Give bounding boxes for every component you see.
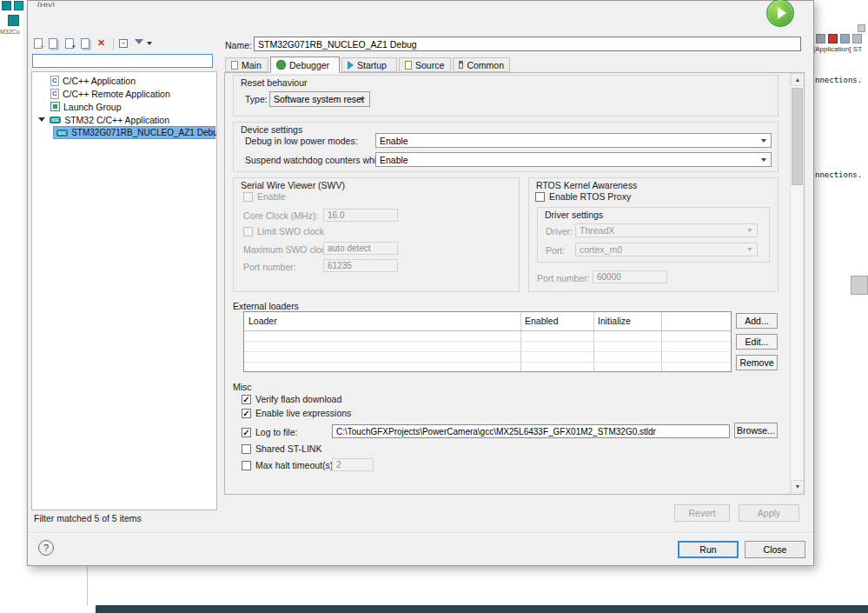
background-text: nnections. bbox=[815, 76, 862, 84]
limit-swo-checkbox[interactable] bbox=[243, 227, 253, 237]
tab-startup[interactable]: Startup bbox=[341, 57, 397, 72]
toolbar-separator bbox=[113, 38, 114, 50]
group-title: Driver settings bbox=[545, 210, 603, 220]
swv-port-field[interactable]: 61235 bbox=[323, 259, 398, 272]
filter-menu-arrow-icon[interactable] bbox=[147, 42, 152, 45]
tab-label: Source bbox=[415, 60, 444, 70]
perspective-icon[interactable] bbox=[8, 15, 19, 26]
tab-debugger[interactable]: Debugger bbox=[270, 57, 340, 73]
column-header-initialize[interactable]: Initialize bbox=[593, 312, 666, 330]
delete-icon[interactable]: ✕ bbox=[97, 37, 105, 49]
column-header-enabled[interactable]: Enabled bbox=[520, 312, 598, 330]
help-button[interactable]: ? bbox=[38, 540, 54, 556]
debugger-tab-panel: Reset behaviour Type: Software system re… bbox=[224, 72, 805, 495]
tree-item-label: Launch Group bbox=[63, 102, 122, 112]
add-loader-button[interactable]: Add... bbox=[736, 313, 778, 329]
launch-config-tree: C C/C++ Application C C/C++ Remote Appli… bbox=[31, 71, 217, 510]
low-power-label: Debug in low power modes: bbox=[245, 136, 358, 146]
column-header-loader[interactable]: Loader bbox=[244, 312, 525, 330]
driver-combo[interactable]: ThreadX bbox=[575, 223, 758, 237]
tab-label: Debugger bbox=[289, 60, 329, 70]
combo-value: Software system reset bbox=[274, 94, 364, 104]
rtos-port-label: Port: bbox=[546, 245, 565, 256]
background-text: nnections. bbox=[815, 170, 862, 179]
chevron-down-icon bbox=[360, 97, 365, 101]
revert-button[interactable]: Revert bbox=[674, 504, 730, 522]
tree-item-debug-config-selected[interactable]: IDE STM32G071RB_NUCLEO_AZ1 Debug bbox=[53, 126, 215, 139]
max-swo-field[interactable]: auto detect bbox=[323, 242, 398, 255]
scrollbar-thumb[interactable] bbox=[792, 88, 803, 185]
low-power-combo[interactable]: Enable bbox=[375, 133, 772, 148]
reset-type-combo[interactable]: Software system reset bbox=[269, 91, 370, 107]
shared-stlink-label: Shared ST-LINK bbox=[255, 443, 321, 454]
source-file-icon bbox=[405, 61, 412, 70]
clipped-header-text: (Hry) bbox=[37, 1, 55, 7]
tab-label: Startup bbox=[357, 60, 387, 70]
remove-loader-button[interactable]: Remove bbox=[736, 355, 778, 370]
background-panel-fragment bbox=[851, 276, 868, 295]
tree-item-cremote[interactable]: C C/C++ Remote Application bbox=[32, 87, 216, 100]
browse-button[interactable]: Browse... bbox=[734, 423, 778, 438]
view-icon[interactable] bbox=[858, 24, 865, 32]
c-application-icon: C bbox=[50, 76, 59, 86]
button-label: Run bbox=[699, 544, 716, 555]
log-to-file-checkbox[interactable] bbox=[242, 428, 251, 437]
chevron-down-icon[interactable] bbox=[38, 117, 45, 122]
console-icon[interactable] bbox=[840, 34, 850, 43]
rtos-port-number-field[interactable]: 60000 bbox=[593, 270, 667, 283]
new-configuration-icon[interactable]: + bbox=[34, 38, 43, 49]
swv-port-label: Port number: bbox=[243, 262, 296, 272]
terminate-icon[interactable] bbox=[828, 34, 838, 43]
console-icon[interactable] bbox=[852, 34, 862, 43]
document-icon bbox=[231, 61, 238, 70]
scroll-down-icon[interactable]: ▼ bbox=[791, 480, 805, 493]
debug-configurations-dialog: (Hry) + ▸ ✕ − C C/C++ Application bbox=[27, 0, 814, 566]
filter-input[interactable] bbox=[32, 54, 213, 68]
tree-item-capp[interactable]: C C/C++ Application bbox=[32, 74, 216, 87]
verify-flash-checkbox[interactable] bbox=[242, 395, 251, 404]
export-icon[interactable]: ▸ bbox=[65, 38, 74, 49]
log-file-input[interactable] bbox=[332, 424, 730, 438]
tree-item-label: C/C++ Remote Application bbox=[63, 89, 170, 99]
edit-loader-button[interactable]: Edit... bbox=[736, 334, 778, 350]
footer-separator-highlight bbox=[28, 533, 813, 534]
tree-item-stm32-app[interactable]: IDE STM32 C/C++ Application bbox=[32, 113, 216, 126]
duplicate-icon[interactable] bbox=[81, 38, 89, 49]
rtos-port-combo[interactable]: cortex_m0 bbox=[575, 243, 758, 257]
play-icon bbox=[778, 7, 786, 19]
close-button[interactable]: Close bbox=[745, 541, 805, 558]
scroll-up-icon[interactable]: ▲ bbox=[791, 73, 805, 86]
tab-source[interactable]: Source bbox=[399, 57, 451, 72]
tab-main[interactable]: Main bbox=[225, 57, 268, 72]
chevron-down-icon bbox=[747, 229, 752, 232]
swv-enable-checkbox[interactable] bbox=[243, 192, 253, 202]
tab-common[interactable]: Common bbox=[453, 57, 510, 72]
console-icon[interactable] bbox=[816, 34, 825, 43]
console-title: [Application] ST bbox=[813, 45, 867, 53]
live-expressions-checkbox[interactable] bbox=[242, 409, 251, 418]
name-input[interactable] bbox=[254, 37, 801, 51]
apply-button[interactable]: Apply bbox=[739, 504, 799, 522]
tree-item-label: STM32 C/C++ Application bbox=[64, 115, 169, 125]
filter-status: Filter matched 5 of 5 items bbox=[34, 513, 142, 523]
max-halt-timeout-field[interactable]: 2 bbox=[332, 458, 374, 471]
max-halt-timeout-checkbox[interactable] bbox=[242, 461, 251, 470]
tree-item-label: C/C++ Application bbox=[63, 76, 136, 86]
perspective-icon[interactable] bbox=[14, 1, 23, 10]
run-button[interactable]: Run bbox=[678, 541, 739, 558]
shared-stlink-checkbox[interactable] bbox=[242, 444, 251, 454]
combo-value: cortex_m0 bbox=[580, 244, 622, 255]
perspective-icon[interactable] bbox=[2, 1, 11, 10]
tree-item-launch-group[interactable]: Launch Group bbox=[32, 100, 216, 113]
row-line bbox=[244, 351, 731, 352]
core-clock-field[interactable]: 16.0 bbox=[323, 209, 398, 222]
run-toolbar-button[interactable] bbox=[766, 0, 794, 27]
watchdog-combo[interactable]: Enable bbox=[375, 152, 772, 167]
new-prototype-icon[interactable] bbox=[49, 38, 57, 49]
filter-icon[interactable] bbox=[135, 39, 143, 44]
group-title: Serial Wire Viewer (SWV) bbox=[241, 180, 345, 190]
collapse-all-icon[interactable]: − bbox=[119, 39, 128, 48]
vertical-scrollbar[interactable]: ▲ ▼ bbox=[790, 73, 804, 494]
rtos-proxy-checkbox[interactable] bbox=[535, 192, 545, 202]
external-loaders-table[interactable]: Loader Enabled Initialize bbox=[243, 311, 732, 372]
